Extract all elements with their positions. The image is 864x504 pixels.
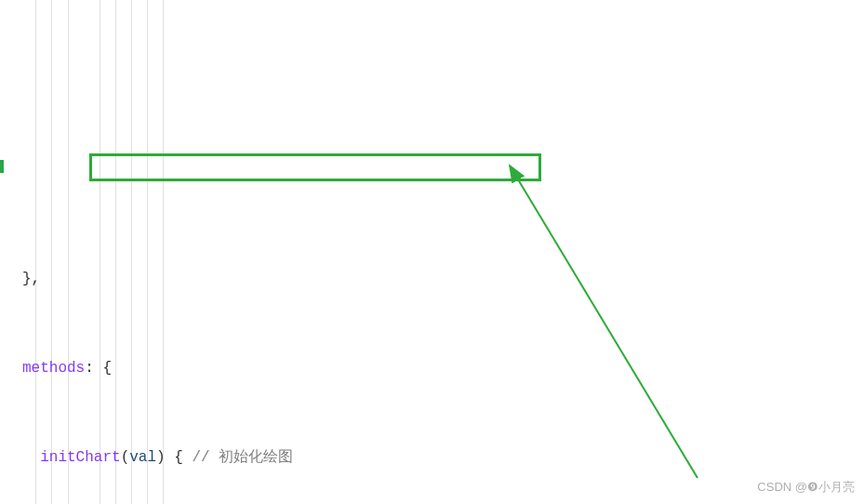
code-token: : { [85,360,112,377]
code-comment: // 初始化绘图 [192,449,293,466]
code-editor: }, methods: { initChart(val) { // 初始化绘图 … [0,0,864,504]
code-token: ) { [156,449,192,466]
code-token: initChart [40,449,120,466]
code-token: val [129,449,156,466]
watermark-text: CSDN @❾小月亮 [757,476,855,498]
code-line: initChart(val) { // 初始化绘图 [22,446,864,469]
code-token: }, [22,271,40,287]
code-token: ( [121,449,130,466]
code-line: }, [22,268,864,290]
code-token: methods [22,360,85,377]
code-line: methods: { [22,357,864,379]
